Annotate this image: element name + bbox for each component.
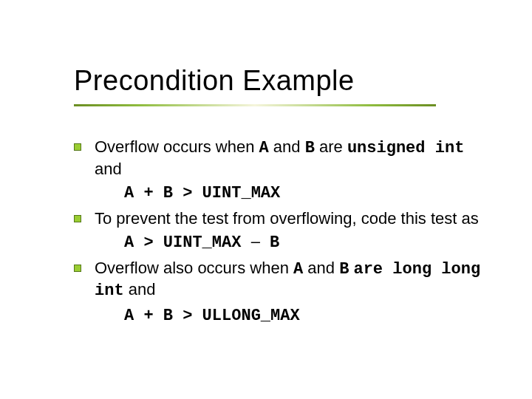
code: A > UINT_MAX — [124, 233, 251, 252]
title-underline — [74, 104, 436, 106]
bullet-item-2: To prevent the test from overflowing, co… — [74, 208, 491, 229]
code: A + B > ULLONG_MAX — [124, 307, 300, 325]
text: Overflow occurs when — [95, 137, 259, 156]
code: A + B > UINT_MAX — [124, 184, 280, 202]
code-line-3: A + B > ULLONG_MAX — [74, 304, 491, 327]
text: Overflow also occurs when — [95, 259, 293, 277]
code: B — [260, 233, 279, 252]
minus-sign: – — [251, 232, 260, 250]
text: and — [269, 137, 305, 156]
code: unsigned int — [347, 139, 464, 157]
bullet-marker-icon — [74, 143, 81, 151]
code-line-2: A > UINT_MAX – B — [74, 231, 491, 253]
bullet-item-1: Overflow occurs when A and B are unsigne… — [74, 137, 491, 179]
slide-title: Precondition Example — [74, 65, 488, 97]
bullet-marker-icon — [74, 215, 81, 222]
title-block: Precondition Example — [74, 65, 488, 106]
text: are — [315, 137, 347, 156]
bullet-item-3: Overflow also occurs when A and B are lo… — [74, 258, 491, 301]
code: B — [339, 260, 349, 279]
code: B — [305, 139, 315, 157]
text: and — [95, 160, 122, 178]
code: A — [293, 260, 303, 279]
bullet-marker-icon — [74, 265, 81, 272]
text: To prevent the test from overflowing, co… — [95, 209, 479, 228]
code: A — [259, 139, 269, 157]
code-line-1: A + B > UINT_MAX — [74, 182, 491, 204]
body-content: Overflow occurs when A and B are unsigne… — [74, 137, 491, 330]
text: and — [303, 259, 339, 277]
text: and — [124, 280, 156, 299]
